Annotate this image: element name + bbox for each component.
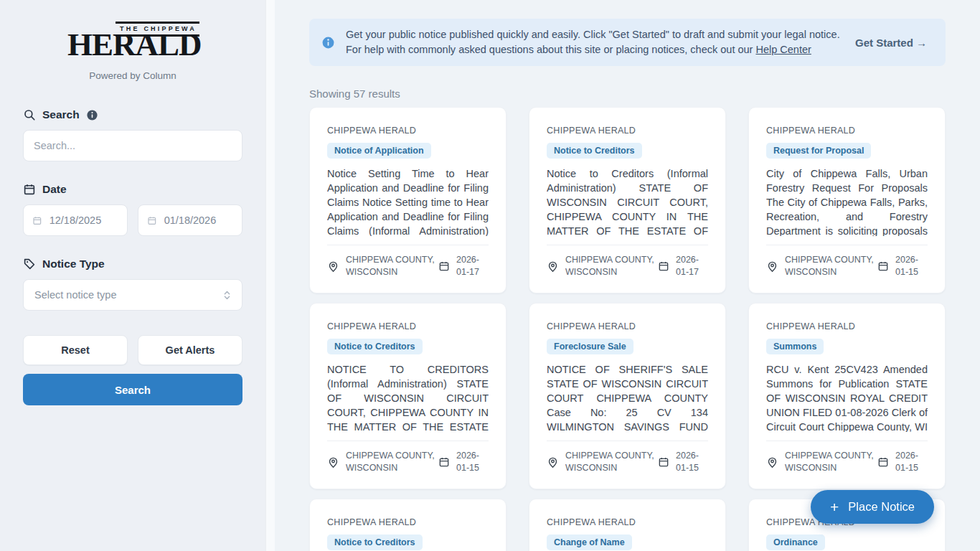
date-text: 2026-01-15 bbox=[895, 450, 928, 474]
filters-sidebar: THE CHIPPEWA HERALD Powered by Column Se… bbox=[0, 0, 265, 551]
card-footer: CHIPPEWA COUNTY, WISCONSIN 2026-01-17 bbox=[327, 245, 489, 278]
notice-date: 2026-01-17 bbox=[658, 254, 708, 278]
notice-location: CHIPPEWA COUNTY, WISCONSIN bbox=[547, 254, 658, 278]
calendar-icon bbox=[147, 215, 157, 227]
tag-icon bbox=[23, 258, 36, 270]
location-pin-icon bbox=[327, 456, 339, 468]
place-notice-button[interactable]: + Place Notice bbox=[811, 490, 934, 524]
notice-preview-text: City of Chippewa Falls, Urban Forestry R… bbox=[766, 166, 928, 236]
notice-preview-text: Notice to Creditors (Informal Administra… bbox=[547, 166, 708, 236]
publication-name: CHIPPEWA HERALD bbox=[327, 517, 489, 527]
calendar-icon bbox=[877, 456, 889, 468]
search-button[interactable]: Search bbox=[23, 374, 242, 405]
search-label: Search bbox=[42, 108, 80, 121]
publication-name: CHIPPEWA HERALD bbox=[766, 321, 928, 331]
plus-icon: + bbox=[830, 499, 839, 514]
notice-type-selected-value: Select notice type bbox=[34, 289, 116, 301]
location-text: CHIPPEWA COUNTY, WISCONSIN bbox=[565, 450, 658, 474]
notice-date: 2026-01-15 bbox=[438, 450, 489, 474]
start-date-input[interactable] bbox=[50, 215, 118, 226]
date-text: 2026-01-15 bbox=[456, 450, 489, 474]
calendar-icon bbox=[658, 260, 669, 272]
location-pin-icon bbox=[327, 260, 339, 273]
search-icon bbox=[23, 108, 36, 121]
location-text: CHIPPEWA COUNTY, WISCONSIN bbox=[346, 450, 438, 474]
notice-type-badge: Summons bbox=[766, 339, 824, 354]
notice-card[interactable]: CHIPPEWA HERALD Notice to Creditors bbox=[309, 499, 507, 551]
notice-type-badge: Change of Name bbox=[547, 534, 632, 550]
date-text: 2026-01-15 bbox=[676, 450, 708, 474]
notice-card[interactable]: CHIPPEWA HERALD Summons RCU v. Kent 25CV… bbox=[748, 303, 946, 489]
notice-location: CHIPPEWA COUNTY, WISCONSIN bbox=[766, 450, 877, 474]
notice-card[interactable]: CHIPPEWA HERALD Notice to Creditors Noti… bbox=[529, 107, 726, 293]
date-text: 2026-01-15 bbox=[895, 254, 928, 278]
calendar-icon bbox=[32, 215, 42, 227]
date-text: 2026-01-17 bbox=[456, 254, 489, 278]
reset-button[interactable]: Reset bbox=[23, 335, 128, 365]
location-pin-icon bbox=[766, 456, 778, 468]
place-notice-label: Place Notice bbox=[848, 500, 915, 514]
location-text: CHIPPEWA COUNTY, WISCONSIN bbox=[346, 254, 438, 278]
notice-date: 2026-01-15 bbox=[658, 450, 708, 474]
notice-location: CHIPPEWA COUNTY, WISCONSIN bbox=[547, 450, 658, 474]
date-section-label: Date bbox=[23, 183, 242, 196]
logo-kicker: THE CHIPPEWA bbox=[116, 22, 199, 37]
location-pin-icon bbox=[547, 456, 559, 468]
notice-type-badge: Notice to Creditors bbox=[547, 143, 642, 159]
publication-name: CHIPPEWA HERALD bbox=[327, 321, 489, 331]
notice-type-select[interactable]: Select notice type bbox=[23, 279, 242, 311]
start-date-field[interactable] bbox=[23, 204, 128, 236]
notice-date: 2026-01-17 bbox=[438, 254, 489, 278]
help-center-link[interactable]: Help Center bbox=[755, 44, 811, 55]
card-footer: CHIPPEWA COUNTY, WISCONSIN 2026-01-15 bbox=[547, 441, 708, 474]
publication-name: CHIPPEWA HERALD bbox=[547, 321, 708, 331]
notice-date: 2026-01-15 bbox=[877, 450, 928, 474]
get-alerts-button[interactable]: Get Alerts bbox=[138, 335, 242, 365]
notice-location: CHIPPEWA COUNTY, WISCONSIN bbox=[766, 254, 877, 278]
end-date-field[interactable] bbox=[138, 204, 242, 236]
notice-type-badge: Request for Proposal bbox=[766, 143, 871, 159]
info-icon[interactable] bbox=[86, 109, 98, 121]
notice-card[interactable]: CHIPPEWA HERALD Notice to Creditors NOTI… bbox=[309, 303, 507, 489]
location-pin-icon bbox=[547, 260, 559, 273]
info-circle-icon bbox=[321, 36, 335, 50]
calendar-icon bbox=[877, 260, 889, 272]
notice-preview-text: NOTICE OF SHERIFF'S SALE STATE OF WISCON… bbox=[547, 362, 708, 432]
notice-card[interactable]: CHIPPEWA HERALD Change of Name bbox=[529, 499, 726, 551]
publication-name: CHIPPEWA HERALD bbox=[547, 126, 708, 136]
card-footer: CHIPPEWA COUNTY, WISCONSIN 2026-01-15 bbox=[766, 441, 928, 474]
notice-type-section-label: Notice Type bbox=[23, 258, 242, 270]
end-date-input[interactable] bbox=[164, 215, 233, 226]
notice-location: CHIPPEWA COUNTY, WISCONSIN bbox=[327, 254, 438, 278]
card-footer: CHIPPEWA COUNTY, WISCONSIN 2026-01-15 bbox=[327, 441, 489, 474]
newspaper-logo: THE CHIPPEWA HERALD bbox=[67, 22, 198, 61]
notice-card[interactable]: CHIPPEWA HERALD Request for Proposal Cit… bbox=[748, 107, 946, 293]
notice-type-badge: Ordinance bbox=[766, 534, 825, 550]
calendar-icon bbox=[438, 456, 450, 468]
calendar-icon bbox=[23, 183, 36, 196]
search-input[interactable] bbox=[23, 130, 242, 161]
results-main-area: Get your public notice published quickly… bbox=[275, 0, 980, 551]
get-started-link[interactable]: Get Started → bbox=[855, 37, 927, 49]
notice-preview-text: Notice Setting Time to Hear Application … bbox=[327, 166, 489, 236]
search-section-label: Search bbox=[23, 108, 242, 121]
results-count: Showing 57 results bbox=[309, 88, 946, 100]
notice-date: 2026-01-15 bbox=[877, 254, 928, 278]
notice-type-badge: Foreclosure Sale bbox=[547, 339, 633, 354]
date-text: 2026-01-17 bbox=[676, 254, 708, 278]
calendar-icon bbox=[438, 260, 450, 272]
notice-preview-text: RCU v. Kent 25CV423 Amended Summons for … bbox=[766, 362, 928, 432]
sidebar-scrollbar-track[interactable] bbox=[265, 0, 275, 551]
notice-type-badge: Notice of Application bbox=[327, 143, 431, 159]
card-footer: CHIPPEWA COUNTY, WISCONSIN 2026-01-17 bbox=[547, 245, 708, 278]
publication-name: CHIPPEWA HERALD bbox=[547, 517, 708, 527]
card-footer: CHIPPEWA COUNTY, WISCONSIN 2026-01-15 bbox=[766, 245, 928, 278]
banner-message: Get your public notice published quickly… bbox=[346, 27, 844, 57]
date-range-row bbox=[23, 204, 242, 236]
notice-card[interactable]: CHIPPEWA HERALD Foreclosure Sale NOTICE … bbox=[529, 303, 726, 489]
get-started-banner: Get your public notice published quickly… bbox=[309, 19, 946, 66]
notice-type-badge: Notice to Creditors bbox=[327, 534, 423, 550]
notice-type-badge: Notice to Creditors bbox=[327, 339, 423, 354]
notices-grid: CHIPPEWA HERALD Notice of Application No… bbox=[309, 107, 946, 551]
notice-card[interactable]: CHIPPEWA HERALD Notice of Application No… bbox=[309, 107, 507, 293]
